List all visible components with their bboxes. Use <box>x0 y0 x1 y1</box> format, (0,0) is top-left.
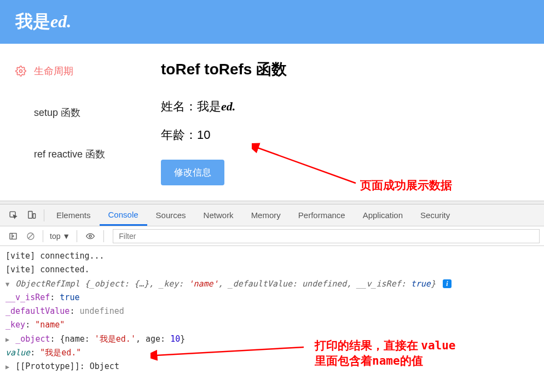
svg-rect-4 <box>28 211 32 218</box>
name-line: 姓名：我是ed. <box>161 98 539 115</box>
gear-icon <box>15 107 26 118</box>
svg-point-2 <box>20 153 22 156</box>
object-prop: _key: "name" <box>5 318 539 332</box>
object-prop: __v_isRef: true <box>5 291 539 305</box>
age-line: 年龄：10 <box>161 127 539 143</box>
app-title-suffix: ed. <box>50 11 71 31</box>
clear-icon[interactable] <box>22 232 39 241</box>
svg-point-10 <box>89 235 91 237</box>
context-selector[interactable]: top ▼ <box>50 232 70 241</box>
console-object[interactable]: ▼ ObjectRefImpl {_object: {…}, _key: 'na… <box>5 277 539 291</box>
name-label: 姓名： <box>161 100 197 113</box>
tab-network[interactable]: Network <box>195 204 242 226</box>
devtools-tabbar: Elements Console Sources Network Memory … <box>0 204 544 226</box>
svg-point-1 <box>20 112 22 114</box>
expand-arrow-icon[interactable]: ▶ <box>5 335 9 345</box>
app-title-prefix: 我是 <box>15 11 50 31</box>
main-content: toRef toRefs 函数 姓名：我是ed. 年龄：10 修改信息 <box>159 44 544 201</box>
tab-sources[interactable]: Sources <box>147 204 195 226</box>
sidebar-item-label: setup 函数 <box>34 106 80 119</box>
sidebar-item-setup[interactable]: setup 函数 <box>4 92 159 133</box>
object-prop[interactable]: ▶ [[Prototype]]: Object <box>5 360 539 373</box>
page-title: toRef toRefs 函数 <box>161 59 539 80</box>
sidebar-item-label: ref reactive 函数 <box>34 148 105 161</box>
console-toolbar: top ▼ <box>0 226 544 246</box>
sidebar-item-lifecycle[interactable]: 生命周期 <box>4 50 159 92</box>
expand-arrow-icon[interactable]: ▼ <box>5 279 9 290</box>
tab-memory[interactable]: Memory <box>242 204 290 226</box>
info-icon[interactable]: i <box>443 279 452 288</box>
gear-icon <box>15 149 26 160</box>
console-output: [vite] connecting... [vite] connected. ▼… <box>0 246 544 377</box>
inspect-icon[interactable] <box>4 210 22 220</box>
sidebar-item-ref-reactive[interactable]: ref reactive 函数 <box>4 133 159 175</box>
devtools: Elements Console Sources Network Memory … <box>0 204 544 377</box>
age-label: 年龄： <box>161 128 197 142</box>
tab-application[interactable]: Application <box>354 204 412 226</box>
object-prop: value: "我是ed." <box>5 346 539 360</box>
sidebar-item-label: 生命周期 <box>34 65 73 78</box>
modify-button[interactable]: 修改信息 <box>161 160 224 185</box>
name-value-suffix: ed. <box>221 100 235 113</box>
svg-point-0 <box>20 70 22 73</box>
eye-icon[interactable] <box>80 232 100 241</box>
filter-input[interactable] <box>113 229 540 243</box>
console-log: [vite] connecting... <box>5 249 539 263</box>
tab-security[interactable]: Security <box>412 204 459 226</box>
app-header: 我是ed. <box>0 0 544 44</box>
tab-elements[interactable]: Elements <box>48 204 100 226</box>
sidebar: 生命周期 setup 函数 ref reactive 函数 <box>0 44 159 201</box>
age-value: 10 <box>197 128 210 142</box>
svg-rect-5 <box>33 214 35 219</box>
sidebar-toggle-icon[interactable] <box>4 232 22 241</box>
gear-icon <box>15 66 26 77</box>
expand-arrow-icon[interactable]: ▶ <box>5 362 9 372</box>
tab-performance[interactable]: Performance <box>290 204 354 226</box>
object-prop: _defaultValue: undefined <box>5 305 539 318</box>
name-value-prefix: 我是 <box>197 100 221 113</box>
svg-line-9 <box>28 234 33 238</box>
object-prop[interactable]: ▶ _object: {name: '我是ed.', age: 10} <box>5 332 539 346</box>
device-icon[interactable] <box>22 210 40 220</box>
console-log: [vite] connected. <box>5 263 539 277</box>
tab-console[interactable]: Console <box>100 204 147 226</box>
